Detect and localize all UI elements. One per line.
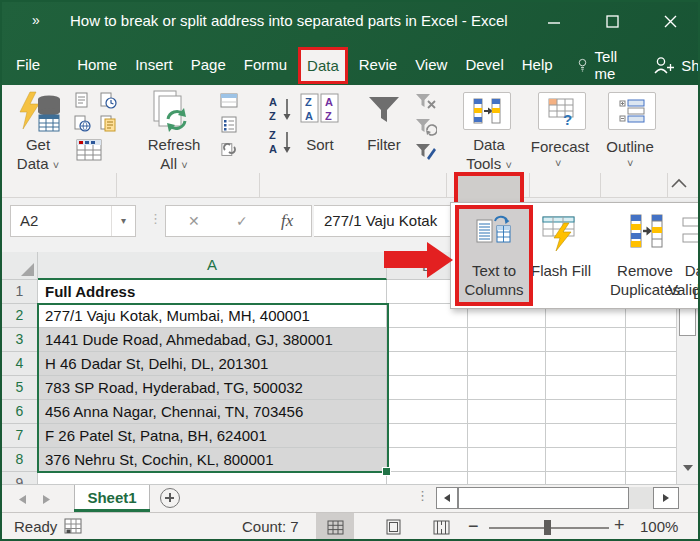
zoom-level[interactable]: 100% [640,518,678,535]
cancel-icon[interactable]: ✕ [188,206,200,236]
existing-connections-icon[interactable] [100,115,117,132]
row-header-6[interactable]: 6 [2,400,38,424]
formula-bar-grip-icon[interactable]: ⋮ [149,211,162,226]
flash-fill-button[interactable]: Flash Fill [526,209,596,304]
cell-a9[interactable] [38,472,387,484]
tab-formu[interactable]: Formu [235,45,296,85]
recent-sources-icon[interactable] [100,92,117,109]
name-box[interactable]: A2 ▾ [10,205,136,237]
tell-me-box[interactable]: Tell me [578,48,624,82]
cell-a5[interactable]: 783 SP Road, Hyderabad, TG, 500032 [38,376,387,400]
tab-bar-grip-icon[interactable]: ⋮ [416,488,429,503]
cell-a8[interactable]: 376 Nehru St, Cochin, KL, 800001 [38,448,387,472]
close-button[interactable] [652,8,688,34]
fill-handle[interactable] [382,467,391,476]
cell-a2[interactable]: 277/1 Vaju Kotak, Mumbai, MH, 400001 [38,304,387,328]
sort-za-icon[interactable]: Z A [268,128,293,154]
filter-icon[interactable] [368,96,400,123]
get-data-button[interactable]: Get Data ˅ [8,135,68,175]
scroll-right-button[interactable] [653,487,679,509]
select-all-button[interactable] [2,252,38,280]
svg-text:A: A [269,96,277,108]
status-count[interactable]: Count: 7 [242,518,299,535]
tab-data[interactable]: Data [298,47,348,84]
scroll-down-icon[interactable] [682,464,694,472]
tab-file[interactable]: File [2,45,54,85]
sheet-nav-left-icon[interactable] [18,494,27,505]
get-data-icon[interactable] [16,91,64,135]
forecast-button[interactable]: Forecast [524,137,596,156]
row-header-8[interactable]: 8 [2,448,38,472]
outline-iconbox[interactable] [608,92,656,130]
dropdown-caret: ˅ [555,157,561,169]
flash-fill-label: Flash Fill [526,261,596,280]
cell-a1[interactable]: Full Address [38,280,387,304]
row-header-5[interactable]: 5 [2,376,38,400]
scroll-left-icon [443,493,451,503]
tab-help[interactable]: Help [513,45,562,85]
sort-button[interactable]: Sort [298,135,342,154]
tab-devel[interactable]: Devel [456,45,512,85]
view-normal-button[interactable] [316,513,354,541]
forecast-iconbox[interactable]: ? [538,92,586,130]
cell-a6[interactable]: 456 Anna Nagar, Chennai, TN, 703456 [38,400,387,424]
ribbon: Get Data ˅ Get & Transform Data [2,85,700,198]
minimize-button[interactable] [536,8,572,34]
row-header-9[interactable]: 9 [2,472,38,484]
collapse-ribbon-icon[interactable] [670,177,688,189]
column-header-a[interactable]: A [38,252,387,280]
row-header-3[interactable]: 3 [2,328,38,352]
horizontal-scrollbar-thumb[interactable] [458,487,629,509]
scroll-right-icon [662,493,670,503]
empty-cells-area[interactable] [387,280,676,484]
tab-insert[interactable]: Insert [126,45,182,85]
tab-home[interactable]: Home [68,45,126,85]
cell-a3[interactable]: 1441 Dude Road, Ahmedabad, GJ, 380001 [38,328,387,352]
svg-text:Z: Z [305,96,312,108]
zoom-slider-thumb[interactable] [544,520,551,535]
refresh-all-icon[interactable] [150,89,196,137]
row-header-2[interactable]: 2 [2,304,38,328]
quick-access-chevrons-icon[interactable]: » [32,12,40,28]
sheet-nav-right-icon[interactable] [42,494,51,505]
advanced-filter-icon[interactable] [415,143,437,161]
view-page-break-button[interactable] [422,513,460,541]
tab-revie[interactable]: Revie [350,45,406,85]
sort-icon[interactable]: Z A A Z [300,93,340,123]
add-sheet-button[interactable] [160,488,180,508]
filter-button[interactable]: Filter [360,135,408,154]
record-macro-icon[interactable] [64,518,83,535]
cell-a4[interactable]: H 46 Dadar St, Delhi, DL, 201301 [38,352,387,376]
zoom-out-button[interactable]: − [468,516,479,537]
row-header-7[interactable]: 7 [2,424,38,448]
refresh-all-button[interactable]: Refresh All ˅ [138,135,210,175]
reapply-filter-icon[interactable] [415,118,437,136]
sort-az-icon[interactable]: A Z [268,95,293,121]
enter-icon[interactable]: ✓ [236,206,248,236]
tab-view[interactable]: View [406,45,456,85]
cell-a7[interactable]: F 26 Patel St, Patna, BH, 624001 [38,424,387,448]
insert-function-icon[interactable]: fx [281,206,293,236]
from-web-icon[interactable] [74,115,91,132]
scroll-left-button[interactable] [436,487,458,509]
share-button[interactable]: Share [653,56,700,75]
outline-button[interactable]: Outline [602,137,658,156]
data-tools-button[interactable]: Data Tools ˅ [454,135,524,175]
view-page-layout-button[interactable] [374,513,412,541]
tab-page[interactable]: Page [182,45,235,85]
name-box-dropdown-icon[interactable]: ▾ [111,206,135,236]
clear-filter-icon[interactable] [415,93,437,111]
row-header-1[interactable]: 1 [2,280,38,304]
zoom-in-button[interactable]: + [614,515,625,536]
queries-connections-icon[interactable] [220,93,238,108]
sheet-tab-sheet1[interactable]: Sheet1 [74,485,150,510]
properties-icon[interactable] [221,116,237,133]
data-tools-iconbox[interactable] [463,92,511,130]
row-header-4[interactable]: 4 [2,352,38,376]
forecast-icon: ? [547,96,577,126]
new-query-icon[interactable] [74,92,90,109]
edit-links-icon[interactable] [221,141,238,156]
data-tools-label-1: Data [473,136,505,153]
maximize-button[interactable] [594,8,630,34]
from-table-icon[interactable] [76,139,102,162]
